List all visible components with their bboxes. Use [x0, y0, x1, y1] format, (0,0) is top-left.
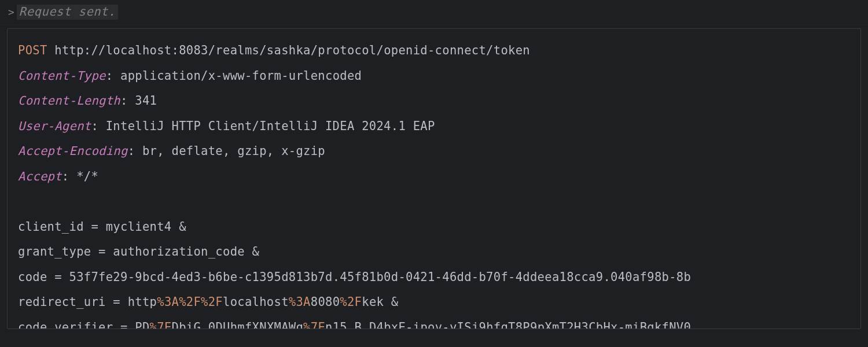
header-content-type: Content-Type: application/x-www-form-url…: [18, 64, 860, 89]
header-accept-encoding: Accept-Encoding: br, deflate, gzip, x-gz…: [18, 139, 860, 164]
request-sent-status: Request sent.: [17, 5, 118, 20]
chevron-right-icon: >: [8, 7, 14, 17]
log-tree-header[interactable]: > Request sent.: [0, 0, 868, 25]
blank-line: [18, 189, 860, 215]
http-url: http://localhost:8083/realms/sashka/prot…: [54, 43, 530, 57]
body-grant-type: grant_type = authorization_code &: [18, 239, 860, 265]
header-accept: Accept: */*: [18, 164, 860, 190]
body-redirect-uri: redirect_uri = http%3A%2F%2Flocalhost%3A…: [18, 290, 860, 315]
request-line: POST http://localhost:8083/realms/sashka…: [18, 38, 860, 64]
header-content-length: Content-Length: 341: [18, 88, 860, 114]
body-client-id: client_id = myclient4 &: [18, 215, 860, 240]
header-user-agent: User-Agent: IntelliJ HTTP Client/Intelli…: [18, 114, 860, 139]
request-output-panel[interactable]: POST http://localhost:8083/realms/sashka…: [7, 28, 861, 329]
body-code-verifier: code_verifier = PD%7EDbiG.0DUhmfXNXMAWq%…: [18, 315, 860, 330]
http-method: POST: [18, 43, 47, 57]
body-code: code = 53f7fe29-9bcd-4ed3-b6be-c1395d813…: [18, 265, 860, 290]
